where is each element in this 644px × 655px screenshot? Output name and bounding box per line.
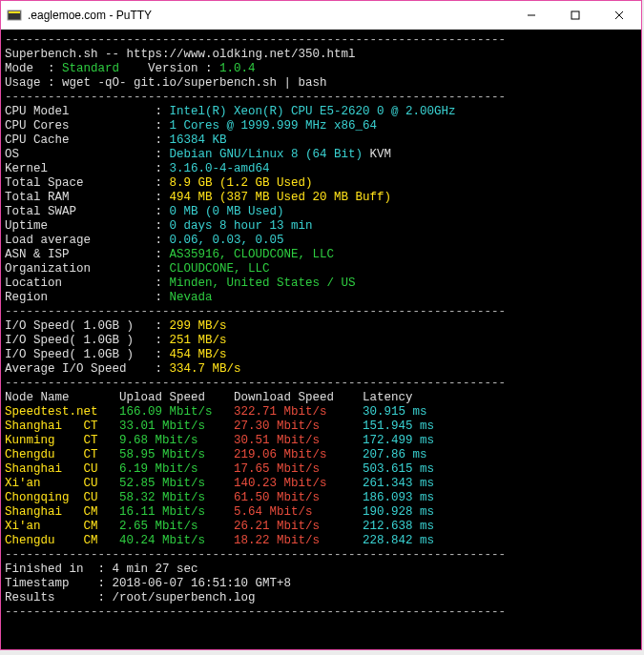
- io3-value: 454 MB/s: [170, 348, 227, 361]
- up: 40.24 Mbit/s: [119, 534, 234, 547]
- fin-value: 4 min 27 sec: [113, 563, 198, 576]
- asn-value: AS35916, CLOUDCONE, LLC: [170, 248, 335, 261]
- space-value: 8.9 GB (1.2 GB Used): [170, 176, 313, 190]
- mode-label: Mode :: [5, 62, 55, 75]
- cpu-model-label: CPU Model :: [5, 105, 162, 118]
- putty-icon: [7, 8, 22, 23]
- uptime-label: Uptime :: [5, 219, 162, 233]
- up: 52.85 Mbit/s: [119, 477, 234, 490]
- down: 5.64 Mbit/s: [234, 505, 363, 519]
- up: 166.09 Mbit/s: [119, 405, 234, 419]
- swap-value: 0 MB (0 MB Used): [170, 205, 284, 218]
- space-label: Total Space :: [5, 176, 162, 190]
- putty-window: .eaglemoe.com - PuTTY ------------------…: [0, 0, 642, 650]
- window-title: .eaglemoe.com - PuTTY: [28, 9, 152, 22]
- up: 16.11 Mbit/s: [119, 505, 234, 519]
- h-lat: Latency: [363, 391, 413, 404]
- up: 9.68 Mbit/s: [119, 434, 234, 447]
- table-row: Chengdu CT 58.95 Mbit/s 219.06 Mbit/s 20…: [5, 448, 427, 461]
- table-row: Shanghai CU 6.19 Mbit/s 17.65 Mbit/s 503…: [5, 462, 434, 476]
- region-label: Region :: [5, 291, 162, 304]
- version-label: Version :: [148, 62, 213, 75]
- ram-label: Total RAM :: [5, 191, 162, 204]
- node: Shanghai CU: [5, 462, 113, 476]
- node: Xi'an CM: [5, 520, 113, 533]
- node: Kunming CT: [5, 434, 113, 447]
- table-row: Xi'an CM 2.65 Mbit/s 26.21 Mbit/s 212.63…: [5, 520, 434, 533]
- table-row: Kunming CT 9.68 Mbit/s 30.51 Mbit/s 172.…: [5, 434, 434, 447]
- minimize-button[interactable]: [509, 1, 553, 29]
- org-value: CLOUDCONE, LLC: [170, 262, 270, 276]
- loc-label: Location :: [5, 276, 162, 290]
- table-row: Chengdu CM 40.24 Mbit/s 18.22 Mbit/s 228…: [5, 534, 434, 547]
- down: 322.71 Mbit/s: [234, 405, 363, 419]
- titlebar[interactable]: .eaglemoe.com - PuTTY: [1, 1, 641, 30]
- ts-value: 2018-06-07 16:51:10 GMT+8: [113, 577, 292, 590]
- fin-label: Finished in :: [5, 563, 105, 576]
- usage-label: Usage :: [5, 76, 55, 90]
- h-node: Node Name: [5, 391, 70, 404]
- up: 58.32 Mbit/s: [119, 491, 234, 504]
- lat: 30.915 ms: [363, 405, 427, 419]
- lat: 151.945 ms: [363, 420, 434, 433]
- table-row: Speedtest.net 166.09 Mbit/s 322.71 Mbit/…: [5, 405, 427, 419]
- svg-rect-1: [9, 11, 20, 13]
- h-down: Download Speed: [234, 391, 334, 404]
- os-suffix: KVM: [363, 148, 391, 161]
- io1-value: 299 MB/s: [170, 319, 227, 333]
- node: Chengdu CM: [5, 534, 113, 547]
- down: 140.23 Mbit/s: [234, 477, 363, 490]
- lat: 228.842 ms: [363, 534, 434, 547]
- ioavg-value: 334.7 MB/s: [170, 362, 241, 376]
- lat: 503.615 ms: [363, 462, 434, 476]
- down: 30.51 Mbit/s: [234, 434, 363, 447]
- rule: ----------------------------------------…: [5, 548, 506, 562]
- table-row: Xi'an CU 52.85 Mbit/s 140.23 Mbit/s 261.…: [5, 477, 434, 490]
- up: 58.95 Mbit/s: [119, 448, 234, 461]
- node: Speedtest.net: [5, 405, 113, 419]
- lat: 186.093 ms: [363, 491, 434, 504]
- kernel-value: 3.16.0-4-amd64: [170, 162, 270, 175]
- node: Shanghai CM: [5, 505, 113, 519]
- close-button[interactable]: [597, 1, 641, 29]
- rule: ----------------------------------------…: [5, 33, 506, 47]
- os-label: OS :: [5, 148, 162, 161]
- load-label: Load average :: [5, 234, 162, 247]
- up: 2.65 Mbit/s: [119, 520, 234, 533]
- swap-label: Total SWAP :: [5, 205, 162, 218]
- table-row: Shanghai CT 33.01 Mbit/s 27.30 Mbit/s 15…: [5, 420, 434, 433]
- lat: 212.638 ms: [363, 520, 434, 533]
- io2-label: I/O Speed( 1.0GB ) :: [5, 334, 162, 347]
- lat: 172.499 ms: [363, 434, 434, 447]
- ram-value: 494 MB (387 MB Used 20 MB Buff): [170, 191, 392, 204]
- maximize-button[interactable]: [553, 1, 597, 29]
- rule: ----------------------------------------…: [5, 377, 506, 390]
- load-value: 0.06, 0.03, 0.05: [170, 234, 284, 247]
- node: Shanghai CT: [5, 420, 113, 433]
- ioavg-label: Average I/O Speed :: [5, 362, 162, 376]
- io2-value: 251 MB/s: [170, 334, 227, 347]
- cpu-cores-value: 1 Cores @ 1999.999 MHz x86_64: [170, 119, 378, 133]
- down: 27.30 Mbit/s: [234, 420, 363, 433]
- terminal-output[interactable]: ----------------------------------------…: [1, 30, 641, 649]
- cpu-cache-value: 16384 KB: [170, 133, 227, 147]
- cpu-cache-label: CPU Cache :: [5, 133, 162, 147]
- down: 17.65 Mbit/s: [234, 462, 363, 476]
- ts-label: Timestamp :: [5, 577, 105, 590]
- io3-label: I/O Speed( 1.0GB ) :: [5, 348, 162, 361]
- io1-label: I/O Speed( 1.0GB ) :: [5, 319, 162, 333]
- res-label: Results :: [5, 591, 105, 604]
- down: 18.22 Mbit/s: [234, 534, 363, 547]
- table-row: Chongqing CU 58.32 Mbit/s 61.50 Mbit/s 1…: [5, 491, 434, 504]
- cpu-model-value: Intel(R) Xeon(R) CPU E5-2620 0 @ 2.00GHz: [170, 105, 456, 118]
- version-value: 1.0.4: [219, 62, 256, 75]
- cpu-cores-label: CPU Cores :: [5, 119, 162, 133]
- up: 33.01 Mbit/s: [119, 420, 234, 433]
- rule: ----------------------------------------…: [5, 305, 506, 318]
- rule: ----------------------------------------…: [5, 605, 506, 619]
- table-row: Shanghai CM 16.11 Mbit/s 5.64 Mbit/s 190…: [5, 505, 434, 519]
- rule: ----------------------------------------…: [5, 91, 506, 104]
- node: Xi'an CU: [5, 477, 113, 490]
- lat: 261.343 ms: [363, 477, 434, 490]
- region-value: Nevada: [170, 291, 213, 304]
